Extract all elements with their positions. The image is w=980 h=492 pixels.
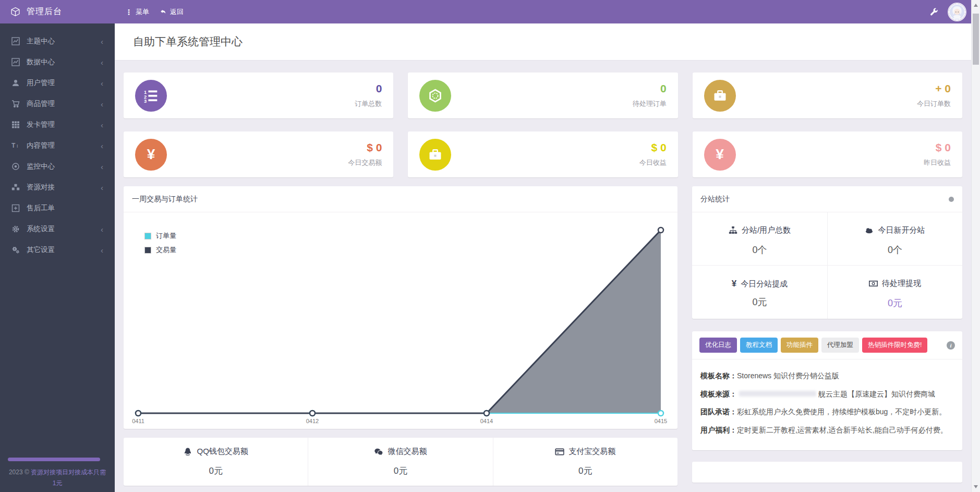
redacted-text-block — [739, 391, 816, 397]
stat-card-today-profit: $ 0 今日收益 — [408, 131, 677, 177]
chart-panel-header: 一周交易与订单统计 — [124, 186, 677, 212]
chevron-left-icon: ‹ — [101, 184, 103, 191]
sidebar-item-resource-connect[interactable]: 资源对接 ‹ — [0, 177, 115, 198]
template-info-panel: 优化日志 教程文档 功能插件 代理加盟 热销插件限时免费! i 模板名称：Sto… — [692, 331, 962, 450]
stat-label: 今日收益 — [639, 158, 667, 167]
yen-icon: ¥ — [135, 139, 167, 171]
weekly-chart-panel: 一周交易与订单统计 0411041204140415 订单量 交易量 — [124, 186, 677, 429]
briefcase-icon — [419, 139, 451, 171]
main-content: 自助下单系统管理中心 123 0 订单总数 0 待处理订单 — [115, 23, 971, 492]
stat-label: 订单总数 — [355, 99, 382, 109]
collapse-dot-button[interactable] — [949, 197, 954, 202]
window-scrollbar[interactable] — [971, 0, 980, 492]
svg-text:T: T — [11, 142, 16, 149]
chevron-left-icon: ‹ — [101, 121, 103, 129]
pay-value: 0元 — [308, 465, 492, 477]
tab-agency[interactable]: 代理加盟 — [821, 338, 859, 353]
sidebar-item-product-management[interactable]: 商品管理 ‹ — [0, 93, 115, 114]
back-button[interactable]: 返回 — [160, 7, 184, 17]
plus-square-icon — [11, 204, 20, 212]
wrench-icon[interactable] — [929, 7, 938, 16]
sidebar-item-label: 监控中心 — [27, 162, 101, 171]
branch-label: 今日分站提成 — [741, 279, 788, 289]
branch-label: 分站/用户总数 — [742, 225, 791, 235]
sidebar-item-user-management[interactable]: 用户管理 ‹ — [0, 73, 115, 93]
branch-value: 0个 — [692, 244, 827, 256]
sidebar-progress-bar — [8, 458, 100, 461]
branch-stats-panel: 分站统计 分站/用户总数 0个 — [692, 186, 962, 319]
branch-cell-pending-withdrawal: 待处理提现 0元 — [827, 266, 962, 319]
info-line-label: 模板名称： — [700, 371, 737, 380]
grid-icon — [11, 121, 20, 129]
legend-item-orders: 订单量 — [144, 231, 176, 241]
sidebar-item-label: 售后工单 — [27, 203, 103, 213]
branch-label: 待处理提现 — [882, 279, 921, 289]
sitemap-icon — [729, 226, 737, 235]
tab-changelog[interactable]: 优化日志 — [699, 338, 737, 353]
chevron-left-icon: ‹ — [101, 142, 103, 150]
info-line-label: 用户福利： — [700, 426, 737, 434]
gear-icon — [11, 225, 20, 233]
sidebar-item-data-center[interactable]: 数据中心 ‹ — [0, 52, 115, 73]
stat-value: $ 0 — [639, 141, 667, 153]
svg-text:0411: 0411 — [132, 418, 144, 424]
scrollbar-thumb[interactable] — [973, 14, 979, 65]
stat-value: 0 — [633, 82, 667, 94]
wechat-icon — [374, 447, 383, 457]
svg-text:0414: 0414 — [480, 418, 493, 424]
stat-card-today-volume: ¥ $ 0 今日交易额 — [124, 131, 393, 177]
stat-label: 待处理订单 — [633, 99, 667, 109]
qq-wallet-volume: QQ钱包交易额 0元 — [124, 438, 308, 486]
tab-plugins[interactable]: 功能插件 — [781, 338, 818, 353]
stat-card-pending-orders: 0 待处理订单 — [408, 73, 677, 118]
tab-docs[interactable]: 教程文档 — [740, 338, 778, 353]
next-panel-stub — [692, 462, 962, 483]
svg-text:0412: 0412 — [306, 418, 319, 424]
footer-link[interactable]: 资源对接项目对接成本只需 1元 — [31, 469, 106, 487]
cubes-icon — [11, 183, 20, 191]
sidebar-item-aftersale-ticket[interactable]: 售后工单 — [0, 198, 115, 219]
pay-label: 支付宝交易额 — [568, 447, 615, 457]
branch-panel-header: 分站统计 — [692, 186, 962, 212]
app-logo: 管理后台 — [0, 6, 115, 17]
info-line-text: 舰云主题【原速建云】知识付费商城 — [818, 390, 935, 398]
chevron-left-icon: ‹ — [101, 38, 103, 45]
stat-label: 今日订单数 — [917, 99, 951, 109]
svg-text:0415: 0415 — [655, 418, 667, 424]
branch-panel-title: 分站统计 — [700, 186, 949, 212]
cart-icon — [11, 100, 20, 108]
avatar[interactable] — [948, 3, 966, 21]
sidebar-item-theme-center[interactable]: 主题中心 ‹ — [0, 31, 115, 52]
sidebar-item-system-settings[interactable]: 系统设置 ‹ — [0, 219, 115, 239]
sidebar: 主题中心 ‹ 数据中心 ‹ 用户管理 ‹ 商品管理 ‹ 发卡管理 ‹ TI 内容… — [0, 23, 115, 492]
sidebar-item-card-management[interactable]: 发卡管理 ‹ — [0, 114, 115, 135]
sidebar-item-monitor-center[interactable]: 监控中心 ‹ — [0, 156, 115, 177]
sidebar-item-label: 内容管理 — [27, 141, 101, 150]
branch-value: 0元 — [828, 297, 962, 309]
team-promise-line: 团队承诺：彩虹系统用户永久免费使用，持续维护模板bug，不定时小更新。 — [700, 406, 954, 418]
vertical-dots-icon: ⋮ — [125, 8, 132, 16]
branch-cell-today-commission: ¥ 今日分站提成 0元 — [692, 266, 827, 319]
scroll-up-arrow-icon[interactable] — [972, 1, 980, 9]
legend-swatch — [144, 233, 151, 239]
stat-value: + 0 — [917, 82, 951, 94]
scroll-down-arrow-icon[interactable] — [972, 483, 980, 491]
cloud-icon — [865, 226, 874, 235]
topbar: 管理后台 ⋮ 菜单 返回 — [0, 0, 980, 23]
gears-icon — [11, 246, 20, 254]
branch-label: 今日新开分站 — [878, 225, 925, 235]
chevron-left-icon: ‹ — [101, 58, 103, 66]
sidebar-item-content-management[interactable]: TI 内容管理 ‹ — [0, 135, 115, 156]
area-chart: 0411041204140415 — [124, 212, 677, 429]
info-line-text: 彩虹系统用户永久免费使用，持续维护模板bug，不定时小更新。 — [737, 407, 946, 416]
sidebar-item-other-settings[interactable]: 其它设置 ‹ — [0, 239, 115, 260]
sidebar-item-label: 数据中心 — [27, 57, 101, 67]
info-icon[interactable]: i — [947, 341, 955, 350]
menu-button[interactable]: ⋮ 菜单 — [125, 7, 149, 17]
legend-swatch — [144, 247, 151, 254]
tab-hot-plugins[interactable]: 热销插件限时免费! — [862, 338, 927, 353]
user-icon — [11, 79, 20, 87]
stat-value: $ 0 — [348, 141, 382, 153]
sidebar-item-label: 主题中心 — [27, 37, 101, 46]
stat-card-yesterday-profit: ¥ $ 0 昨日收益 — [693, 131, 962, 177]
